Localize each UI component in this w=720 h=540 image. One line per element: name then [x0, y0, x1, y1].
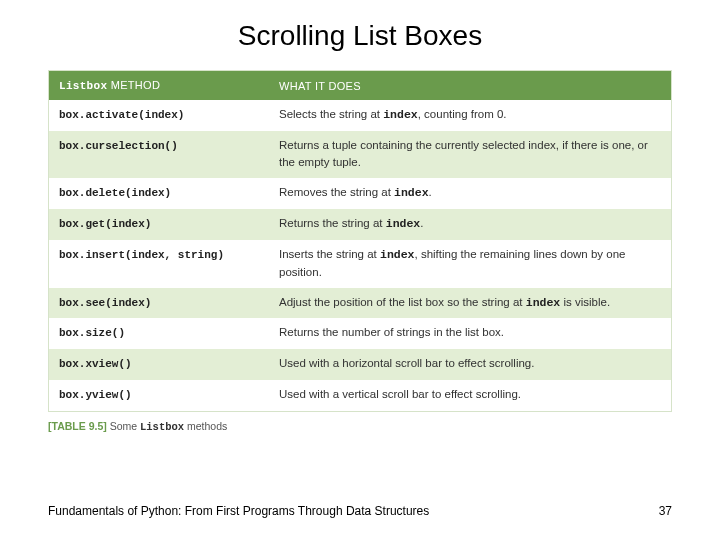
desc-pre: Returns a tuple containing the currently…	[279, 139, 648, 168]
desc-cell: Selects the string at index, counting fr…	[269, 100, 671, 131]
table-row: box.get(index) Returns the string at ind…	[49, 209, 671, 240]
caption-mono: Listbox	[140, 421, 184, 433]
desc-code: index	[386, 217, 421, 230]
desc-code: index	[380, 248, 415, 261]
desc-code: index	[383, 108, 418, 121]
desc-cell: Returns the string at index.	[269, 209, 671, 240]
method-cell: box.size()	[49, 318, 269, 349]
desc-post: .	[420, 217, 423, 229]
method-code: box.size()	[59, 327, 125, 339]
desc-pre: Used with a vertical scroll bar to effec…	[279, 388, 521, 400]
table-row: box.yview() Used with a vertical scroll …	[49, 380, 671, 411]
caption-tag: [TABLE 9.5]	[48, 420, 107, 432]
desc-cell: Used with a horizontal scroll bar to eff…	[269, 349, 671, 380]
desc-post: .	[429, 186, 432, 198]
footer-text: Fundamentals of Python: From First Progr…	[48, 504, 429, 518]
desc-pre: Returns the number of strings in the lis…	[279, 326, 504, 338]
desc-post: is visible.	[560, 296, 610, 308]
method-cell: box.insert(index, string)	[49, 240, 269, 287]
desc-cell: Inserts the string at index, shifting th…	[269, 240, 671, 287]
desc-pre: Removes the string at	[279, 186, 394, 198]
desc-pre: Selects the string at	[279, 108, 383, 120]
table-row: box.curselection() Returns a tuple conta…	[49, 131, 671, 178]
slide: Scrolling List Boxes Listbox METHOD WHAT…	[0, 0, 720, 540]
table-header-method: Listbox METHOD	[49, 71, 269, 100]
table-row: box.see(index) Adjust the position of th…	[49, 288, 671, 319]
table-row: box.insert(index, string) Inserts the st…	[49, 240, 671, 287]
method-cell: box.see(index)	[49, 288, 269, 319]
page-number: 37	[659, 504, 672, 518]
table-caption: [TABLE 9.5] Some Listbox methods	[48, 420, 672, 433]
method-cell: box.delete(index)	[49, 178, 269, 209]
desc-cell: Returns a tuple containing the currently…	[269, 131, 671, 178]
desc-pre: Adjust the position of the list box so t…	[279, 296, 526, 308]
methods-table-wrap: Listbox METHOD WHAT IT DOES box.activate…	[48, 70, 672, 412]
desc-pre: Returns the string at	[279, 217, 386, 229]
method-cell: box.yview()	[49, 380, 269, 411]
caption-pre: Some	[107, 420, 140, 432]
table-row: box.xview() Used with a horizontal scrol…	[49, 349, 671, 380]
slide-footer: Fundamentals of Python: From First Progr…	[48, 504, 672, 518]
method-cell: box.curselection()	[49, 131, 269, 178]
table-row: box.delete(index) Removes the string at …	[49, 178, 671, 209]
desc-pre: Inserts the string at	[279, 248, 380, 260]
method-code: box.delete(index)	[59, 187, 171, 199]
header-mono: Listbox	[59, 80, 107, 92]
desc-cell: Returns the number of strings in the lis…	[269, 318, 671, 349]
method-cell: box.get(index)	[49, 209, 269, 240]
method-code: box.insert(index, string)	[59, 249, 224, 261]
desc-cell: Used with a vertical scroll bar to effec…	[269, 380, 671, 411]
caption-post: methods	[184, 420, 227, 432]
desc-cell: Adjust the position of the list box so t…	[269, 288, 671, 319]
method-code: box.curselection()	[59, 140, 178, 152]
method-cell: box.activate(index)	[49, 100, 269, 131]
table-row: box.activate(index) Selects the string a…	[49, 100, 671, 131]
desc-code: index	[526, 296, 561, 309]
methods-table: Listbox METHOD WHAT IT DOES box.activate…	[49, 71, 671, 411]
method-code: box.activate(index)	[59, 109, 184, 121]
table-header-desc: WHAT IT DOES	[269, 71, 671, 100]
method-code: box.yview()	[59, 389, 132, 401]
method-cell: box.xview()	[49, 349, 269, 380]
table-row: box.size() Returns the number of strings…	[49, 318, 671, 349]
desc-cell: Removes the string at index.	[269, 178, 671, 209]
header-rest: METHOD	[107, 79, 160, 91]
slide-title: Scrolling List Boxes	[48, 20, 672, 52]
desc-post: , counting from 0.	[418, 108, 507, 120]
table-header-row: Listbox METHOD WHAT IT DOES	[49, 71, 671, 100]
method-code: box.see(index)	[59, 297, 151, 309]
method-code: box.get(index)	[59, 218, 151, 230]
desc-code: index	[394, 186, 429, 199]
desc-pre: Used with a horizontal scroll bar to eff…	[279, 357, 534, 369]
method-code: box.xview()	[59, 358, 132, 370]
